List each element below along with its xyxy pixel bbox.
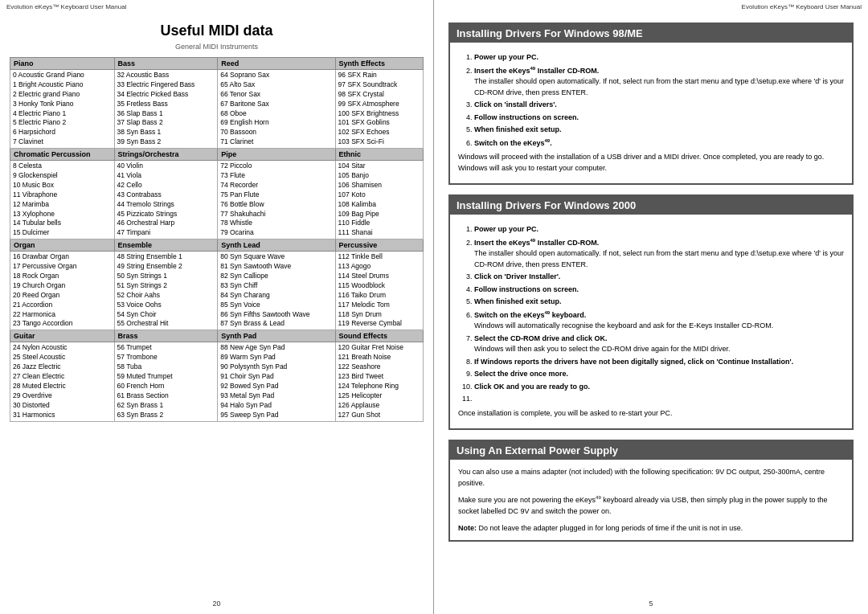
reed-data: 64 Soprano Sax 65 Alto Sax 66 Tenor Sax … <box>218 70 335 149</box>
step1-6: Switch on the eKeys49. <box>474 137 844 149</box>
step1-3: Click on 'install drivers'. <box>474 100 844 111</box>
section2-content: Power up your PC. Insert the eKeys49 Ins… <box>450 215 852 428</box>
col-percussive: Percussive <box>335 239 423 252</box>
col-bass: Bass <box>114 58 218 70</box>
piano-data: 0 Acoustic Grand Piano 1 Bright Acoustic… <box>10 70 115 149</box>
step1-1: Power up your PC. <box>474 52 844 63</box>
step2-8: If Windows reports the drivers have not … <box>474 357 844 368</box>
table-data-row3: 16 Drawbar Organ 17 Percussive Organ 18 … <box>10 252 424 330</box>
ensemble-data: 48 String Ensemble 1 49 String Ensemble … <box>114 252 218 330</box>
synth-lead-data: 80 Syn Square Wave 81 Syn Sawtooth Wave … <box>218 252 335 330</box>
col-brass: Brass <box>114 330 218 342</box>
bass-data: 32 Acoustic Bass 33 Electric Fingered Ba… <box>114 70 218 149</box>
table-data-row2: 8 Celesta 9 Glockenspiel 10 Music Box 11… <box>10 161 424 239</box>
col-reed: Reed <box>218 58 335 70</box>
section3-title: Using An External Power Supply <box>450 441 852 460</box>
table-header-row1: Piano Bass Reed Synth Effects <box>10 58 424 70</box>
table-header-row2: Chromatic Percussion Strings/Orchestra P… <box>10 149 424 161</box>
step2-11 <box>474 394 844 405</box>
section2-title: Installing Drivers For Windows 2000 <box>450 196 852 215</box>
section-windows2000: Installing Drivers For Windows 2000 Powe… <box>448 194 854 430</box>
col-ensemble: Ensemble <box>114 239 218 252</box>
col-organ: Organ <box>10 239 115 252</box>
step2-5: When finished exit setup. <box>474 297 844 308</box>
col-sound-effects: Sound Effects <box>335 330 423 342</box>
power-para1: You can also use a mains adapter (not in… <box>458 466 844 489</box>
power-note: Note: Do not leave the adapter plugged i… <box>458 522 844 534</box>
step2-2: Insert the eKeys49 Installer CD-ROM. The… <box>474 237 844 271</box>
step2-10: Click OK and you are ready to go. <box>474 382 844 393</box>
percussive-data: 112 Tinkle Bell 113 Agogo 114 Steel Drum… <box>335 252 423 330</box>
brass-data: 56 Trumpet 57 Trombone 58 Tuba 59 Muted … <box>114 342 218 421</box>
main-title: Useful MIDI data <box>10 23 424 39</box>
section1-content: Power up your PC. Insert the eKeys49 Ins… <box>450 43 852 183</box>
page-number-left: 20 <box>212 600 220 608</box>
section1-closing: Windows will proceed with the installati… <box>458 152 844 174</box>
right-panel: Installing Drivers For Windows 98/ME Pow… <box>434 0 868 614</box>
step1-4: Follow instructions on screen. <box>474 113 844 124</box>
step2-4: Follow instructions on screen. <box>474 284 844 296</box>
synth-effects-data: 96 SFX Rain 97 SFX Soundtrack 98 SFX Cry… <box>335 70 423 149</box>
chromatic-data: 8 Celesta 9 Glockenspiel 10 Music Box 11… <box>10 161 115 239</box>
subtitle: General MIDI Instruments <box>10 43 424 51</box>
col-synth-effects: Synth Effects <box>335 58 423 70</box>
col-ethnic: Ethnic <box>335 149 423 161</box>
section-power-supply: Using An External Power Supply You can a… <box>448 440 854 542</box>
table-data-row4: 24 Nylon Acoustic 25 Steel Acoustic 26 J… <box>10 342 424 421</box>
step1-2: Insert the eKeys49 Installer CD-ROM. The… <box>474 65 844 99</box>
table-header-row3: Organ Ensemble Synth Lead Percussive <box>10 239 424 252</box>
section3-content: You can also use a mains adapter (not in… <box>450 460 852 540</box>
step2-7: Select the CD-ROM drive and click OK. Wi… <box>474 334 844 355</box>
power-para2: Make sure you are not powering the eKeys… <box>458 494 844 518</box>
col-synth-pad: Synth Pad <box>218 330 335 342</box>
step2-9: Select the drive once more. <box>474 369 844 380</box>
table-data-row1: 0 Acoustic Grand Piano 1 Bright Acoustic… <box>10 70 424 149</box>
section1-title: Installing Drivers For Windows 98/ME <box>450 24 852 43</box>
organ-data: 16 Drawbar Organ 17 Percussive Organ 18 … <box>10 252 115 330</box>
col-strings: Strings/Orchestra <box>114 149 218 161</box>
guitar-data: 24 Nylon Acoustic 25 Steel Acoustic 26 J… <box>10 342 115 421</box>
page-number-right: 5 <box>649 600 653 608</box>
strings-data: 40 Violin 41 Viola 42 Cello 43 Contrabas… <box>114 161 218 239</box>
col-guitar: Guitar <box>10 330 115 342</box>
step2-3: Click on 'Driver Installer'. <box>474 272 844 283</box>
col-piano: Piano <box>10 58 115 70</box>
step2-6: Switch on the eKeys49 keyboard. Windows … <box>474 309 844 332</box>
pipe-data: 72 Piccolo 73 Flute 74 Recorder 75 Pan F… <box>218 161 335 239</box>
col-chromatic: Chromatic Percussion <box>10 149 115 161</box>
step1-5: When finished exit setup. <box>474 125 844 136</box>
table-header-row4: Guitar Brass Synth Pad Sound Effects <box>10 330 424 342</box>
midi-table: Piano Bass Reed Synth Effects 0 Acoustic… <box>10 57 424 422</box>
sound-effects-data: 120 Guitar Fret Noise 121 Breath Noise 1… <box>335 342 423 421</box>
left-panel: Useful MIDI data General MIDI Instrument… <box>0 0 434 614</box>
section2-closing: Once installation is complete, you will … <box>458 408 844 420</box>
step2-1: Power up your PC. <box>474 224 844 235</box>
synth-pad-data: 88 New Age Syn Pad 89 Warm Syn Pad 90 Po… <box>218 342 335 421</box>
section-windows98: Installing Drivers For Windows 98/ME Pow… <box>448 23 854 185</box>
col-synth-lead: Synth Lead <box>218 239 335 252</box>
col-pipe: Pipe <box>218 149 335 161</box>
ethnic-data: 104 Sitar 105 Banjo 106 Shamisen 107 Kot… <box>335 161 423 239</box>
